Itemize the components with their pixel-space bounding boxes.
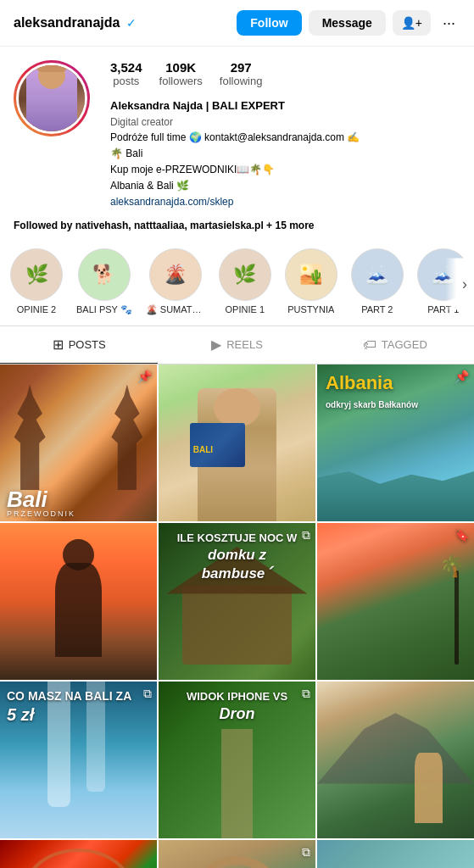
followed-by: Followed by nativehash, natttaaliaa, mar… bbox=[0, 216, 474, 242]
save-icon: 🔖 bbox=[454, 528, 469, 542]
message-button[interactable]: Message bbox=[309, 10, 386, 36]
grid-item-girl-sitting[interactable]: 🌴 🔖 bbox=[317, 523, 474, 680]
tagged-tab-icon: 🏷 bbox=[363, 337, 376, 353]
highlight-item-0[interactable]: 🌿 OPINIE 2 bbox=[10, 248, 63, 315]
tab-reels-label: REELS bbox=[226, 338, 263, 351]
pin-icon: 📌 bbox=[137, 370, 152, 383]
highlight-label: 🌋 SUMATR... bbox=[146, 304, 205, 315]
highlight-label: OPINIE 1 bbox=[226, 304, 265, 314]
highlights-container: 🌿 OPINIE 2 🐕 BALI PSY 🐾 🌋 🌋 SUMATR... 🌿 … bbox=[0, 242, 474, 326]
tab-reels[interactable]: ▶ REELS bbox=[158, 326, 315, 364]
grid-item-bali-book[interactable]: BALI bbox=[159, 364, 315, 521]
grid-item-bg bbox=[317, 840, 474, 868]
posts-label: posts bbox=[113, 75, 139, 87]
stats-row: 3,524 posts 109K followers 297 following bbox=[110, 60, 460, 87]
verified-icon: ✓ bbox=[126, 16, 137, 30]
grid-item-arch-landscape[interactable]: ⧉ bbox=[159, 840, 315, 868]
highlight-label: BALI PSY 🐾 bbox=[76, 304, 132, 315]
avatar-image bbox=[19, 65, 85, 131]
highlight-thumb: 🐕 bbox=[79, 249, 130, 300]
grid-item-girl-volcano[interactable] bbox=[317, 682, 474, 838]
person-add-button[interactable]: 👤+ bbox=[393, 10, 431, 36]
header-actions: Follow Message 👤+ ··· bbox=[237, 10, 460, 36]
highlight-circle: 🗻 bbox=[351, 248, 404, 301]
highlight-thumb: 🏜️ bbox=[286, 249, 337, 300]
bio-line1: Podróże full time 🌍 kontakt@aleksandrana… bbox=[110, 130, 460, 146]
posts-stat[interactable]: 3,524 posts bbox=[110, 60, 142, 87]
follower-names[interactable]: nativehash, natttaaliaa, martasielska.pl bbox=[75, 220, 264, 231]
followers-stat[interactable]: 109K followers bbox=[159, 60, 203, 87]
grid-item-bg bbox=[0, 840, 157, 868]
bio-line4: Albania & Bali 🌿 bbox=[110, 178, 460, 194]
highlight-item-4[interactable]: 🏜️ PUSTYNIA bbox=[285, 248, 337, 315]
highlight-item-5[interactable]: 🗻 PART 2 bbox=[351, 248, 404, 315]
posts-tab-icon: ⊞ bbox=[53, 337, 64, 353]
pin-icon: 📌 bbox=[454, 370, 469, 383]
tab-posts-label: POSTS bbox=[69, 338, 106, 351]
highlight-item-1[interactable]: 🐕 BALI PSY 🐾 bbox=[76, 248, 132, 315]
grid-item-drone[interactable]: WIDOK IPHONE VSDron ⧉ bbox=[159, 682, 315, 838]
header: aleksandranajda ✓ Follow Message 👤+ ··· bbox=[0, 0, 474, 47]
multi-icon: ⧉ bbox=[302, 845, 310, 860]
multi-icon: ⧉ bbox=[302, 687, 310, 701]
tabs: ⊞ POSTS ▶ REELS 🏷 TAGGED bbox=[0, 326, 474, 364]
co-masz-text: CO MASZ NA BALI ZA5 zł bbox=[7, 688, 131, 726]
reels-tab-icon: ▶ bbox=[211, 337, 221, 353]
multi-icon: ⧉ bbox=[143, 687, 152, 701]
highlight-item-2[interactable]: 🌋 🌋 SUMATR... bbox=[146, 248, 205, 315]
followers-count: 109K bbox=[165, 60, 196, 75]
highlight-label: PART 2 bbox=[361, 304, 393, 314]
albania-subtitle: odkryj skarb Bałkanów bbox=[326, 400, 418, 409]
avatar-container[interactable] bbox=[14, 60, 90, 209]
highlight-label: OPINIE 2 bbox=[17, 304, 56, 314]
grid-item-bg bbox=[0, 523, 157, 680]
grid-item-coastline[interactable] bbox=[317, 840, 474, 868]
highlight-circle: 🏜️ bbox=[285, 248, 337, 301]
more-options-button[interactable]: ··· bbox=[438, 11, 460, 36]
widok-text: WIDOK IPHONE VSDron bbox=[165, 690, 309, 724]
follow-button[interactable]: Follow bbox=[237, 10, 301, 36]
highlight-label: PUSTYNIA bbox=[287, 304, 334, 314]
grid-item-waterfall[interactable]: CO MASZ NA BALI ZA5 zł ⧉ bbox=[0, 682, 157, 838]
followed-by-text: Followed by nativehash, natttaaliaa, mar… bbox=[14, 220, 314, 231]
albania-title: Albania bbox=[326, 373, 393, 393]
username: aleksandranajda bbox=[14, 15, 120, 31]
grid-item-bali[interactable]: Bali PRZEWODNIK 📌 bbox=[0, 364, 157, 521]
tab-tagged[interactable]: 🏷 TAGGED bbox=[316, 326, 474, 364]
highlights-scroll-chevron[interactable]: › bbox=[445, 258, 474, 309]
bio: Aleksandra Najda | BALI EXPERT Digital c… bbox=[110, 97, 460, 209]
multi-icon: ⧉ bbox=[302, 528, 310, 542]
highlight-circle: 🌋 bbox=[149, 248, 202, 301]
following-stat[interactable]: 297 following bbox=[220, 60, 263, 87]
username-area: aleksandranajda ✓ bbox=[14, 15, 237, 31]
grid-item-bamboo-hut[interactable]: ILE KOSZTUJE NOC Wdomku zbambuseˊ ⧉ bbox=[159, 523, 315, 680]
stats-and-bio: 3,524 posts 109K followers 297 following… bbox=[110, 60, 460, 209]
posts-grid: Bali PRZEWODNIK 📌 BALI Albania odkryj sk… bbox=[0, 364, 474, 868]
highlight-circle: 🌿 bbox=[10, 248, 63, 301]
bio-line2: 🌴 Bali bbox=[110, 146, 460, 162]
grid-item-albania[interactable]: Albania odkryj skarb Bałkanów 📌 bbox=[317, 364, 474, 521]
highlight-circle: 🌿 bbox=[219, 248, 271, 301]
grid-item-bg: 🌴 bbox=[317, 523, 474, 680]
ile-text: ILE KOSZTUJE NOC Wdomku zbambuseˊ bbox=[165, 531, 309, 583]
tab-tagged-label: TAGGED bbox=[382, 338, 427, 351]
highlight-item-3[interactable]: 🌿 OPINIE 1 bbox=[219, 248, 271, 315]
highlight-circle: 🐕 bbox=[78, 248, 131, 301]
highlight-thumb: 🗻 bbox=[352, 249, 403, 300]
profile-section: 3,524 posts 109K followers 297 following… bbox=[0, 47, 474, 216]
highlight-thumb: 🌋 bbox=[150, 249, 201, 300]
avatar bbox=[16, 63, 87, 134]
bali-sub-text: PRZEWODNIK bbox=[7, 509, 75, 518]
grid-item-sunset-portrait[interactable] bbox=[0, 523, 157, 680]
grid-item-bg: BALI bbox=[159, 364, 315, 521]
highlight-thumb: 🌿 bbox=[11, 249, 62, 300]
bio-line3: Kup moje e-PRZEWODNIKI📖🌴👇 bbox=[110, 162, 460, 178]
grid-item-bg bbox=[159, 840, 315, 868]
tab-posts[interactable]: ⊞ POSTS bbox=[0, 326, 158, 364]
following-label: following bbox=[220, 75, 263, 87]
posts-count: 3,524 bbox=[110, 60, 142, 75]
grid-item-ornate-door[interactable] bbox=[0, 840, 157, 868]
highlight-thumb: 🌿 bbox=[220, 249, 270, 300]
grid-item-bg bbox=[317, 682, 474, 838]
bio-link[interactable]: aleksandranajda.com/sklep bbox=[110, 194, 460, 209]
